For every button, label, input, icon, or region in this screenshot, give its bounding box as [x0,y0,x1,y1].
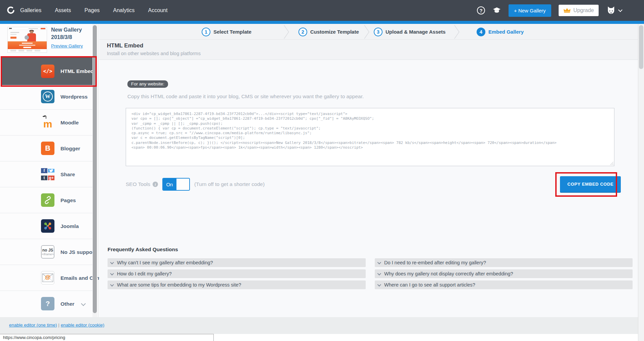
footer-links: enable editor (one time) | enable editor… [9,323,104,328]
step-upload-manage-assets[interactable]: 3 Upload & Manage Assets [374,24,446,40]
sidebar-item-pages[interactable]: Pages [0,187,94,213]
nav-item-analytics[interactable]: Analytics [113,7,135,13]
step-label: Select Template [213,29,251,35]
embed-content: For any website: Copy this HTML code and… [99,60,638,317]
step-separator-icon [454,25,460,39]
enable-editor-one-time-link[interactable]: enable editor (one time) [9,323,57,328]
faq-item[interactable]: Why does my gallery not display correctl… [375,269,633,278]
sidebar-item-share[interactable]: f t g+ Share [0,161,94,187]
upgrade-button[interactable]: Upgrade [559,5,599,16]
help-icon[interactable]: ? [477,6,485,14]
faq-question: Why does my gallery not display correctl… [384,271,513,276]
new-gallery-button[interactable]: + New Gallery [509,4,551,17]
no-js-label: no JS [42,248,53,253]
blogger-icon: B [41,142,54,155]
at-symbol: @ [45,274,51,281]
step-separator-icon [364,25,370,39]
upgrade-label: Upgrade [573,7,594,13]
step-separator-icon [283,25,289,39]
sidebar-item-label: Share [61,161,75,187]
step-number: 4 [477,28,485,36]
sidebar-item-label: Moodle [61,110,79,136]
page-scrollbar-thumb[interactable] [639,25,643,69]
faq-item[interactable]: Where can I go to see all support articl… [375,280,633,289]
share-social-icons: f t g+ [41,167,54,181]
app-window: Galleries Assets Pages Analytics Account… [0,0,644,341]
sidebar-item-label: Pages [61,187,76,213]
for-any-website-badge: For any website: [127,80,168,88]
step-number: 3 [374,28,383,36]
sidebar-item-moodle[interactable]: m Moodle [0,110,94,136]
sidebar-item-html-embed[interactable]: </> HTML Embed [2,58,96,85]
page-scrollbar[interactable] [638,24,644,341]
gallery-thumbnail[interactable] [7,27,47,53]
sidebar-item-joomla[interactable]: Joomla [0,213,94,239]
moodle-letter: m [43,119,52,129]
info-icon[interactable]: i [153,182,158,187]
nav-item-assets[interactable]: Assets [55,7,71,13]
faq-question: Why can't I see my gallery after embeddi… [117,260,213,265]
wordpress-letter: W [43,91,53,102]
copy-embed-code-button[interactable]: COPY EMBED CODE [560,176,621,193]
cat-avatar-icon [606,5,616,15]
embed-code-textarea[interactable]: <div id="cp_widget_b0a17861-2287-4f19-bd… [126,108,614,166]
enable-editor-cookie-link[interactable]: enable editor (cookie) [61,323,105,328]
sidebar-item-wordpress[interactable]: W Wordpress [0,84,94,110]
toggle-on-label: On [163,179,176,190]
sidebar-scrollbar[interactable] [92,24,97,317]
chevron-down-icon [377,261,381,264]
sidebar-item-other[interactable]: ? Other [0,291,94,317]
step-select-template[interactable]: 1 Select Template [202,24,251,40]
chevron-down-icon [110,261,114,264]
seo-toggle[interactable]: On [162,178,190,191]
faq-item[interactable]: Do I need to re-embed after editing my g… [375,258,633,267]
sidebar-item-no-js[interactable]: no JS <iframe> No JS support [0,239,94,265]
embed-sidebar: New Gallery 2018/3/8 Preview Gallery </>… [0,24,98,317]
wizard-stepper: 1 Select Template 2 Customize Template 3… [99,24,638,40]
faq-item[interactable]: Why can't I see my gallery after embeddi… [108,258,366,267]
toggle-knob [176,179,189,190]
email-envelope-icon: @ [41,271,54,285]
nav-item-account[interactable]: Account [148,7,168,13]
no-js-iframe-icon: no JS <iframe> [41,245,54,259]
iframe-label: <iframe> [42,253,54,256]
academy-graduation-cap-icon[interactable] [492,6,501,14]
step-number: 1 [202,28,210,36]
thumb-header [8,27,47,30]
preview-gallery-link[interactable]: Preview Gallery [51,43,83,48]
faq-heading: Frequently Asked Questions [108,247,178,253]
link-chain-icon [41,193,54,207]
facebook-icon: f [41,168,47,173]
step-number: 2 [298,28,307,36]
faq-question: Do I need to re-embed after editing my g… [384,260,486,265]
resize-handle[interactable] [610,161,613,165]
sidebar-item-label: Blogger [61,136,80,161]
nav-item-pages[interactable]: Pages [84,7,99,13]
step-embed-gallery[interactable]: 4 Embed Gallery [477,24,524,40]
step-customize-template[interactable]: 2 Customize Template [298,24,359,40]
html-embed-icon: </> [41,65,54,78]
faq-item[interactable]: What are some tips for embedding to my W… [108,280,366,289]
main-nav: Galleries Assets Pages Analytics Account [20,0,167,21]
sidebar-item-label: No JS support [61,239,96,265]
embed-code-text: <div id="cp_widget_b0a17861-2287-4f19-bd… [131,112,609,150]
wordpress-icon: W [41,90,54,103]
google-plus-icon: g+ [48,176,54,180]
step-label: Embed Gallery [488,29,524,35]
step-label: Upload & Manage Assets [386,29,446,35]
sidebar-item-blogger[interactable]: B Blogger [0,136,94,161]
account-menu[interactable] [606,5,622,15]
thumb-banner [8,41,47,49]
status-url: https://www.cincopa.com/pricing [0,334,214,341]
nav-item-galleries[interactable]: Galleries [20,7,41,13]
faq-item[interactable]: How do I edit my gallery? [108,269,366,278]
sidebar-item-emails[interactable]: @ Emails and Campaigns [0,265,94,291]
cincopa-logo-icon[interactable] [6,6,15,15]
top-navbar: Galleries Assets Pages Analytics Account… [0,0,644,21]
navbar-right: ? + New Gallery Upgrade [477,0,622,21]
sidebar-scrollbar-thumb[interactable] [93,25,97,313]
sidebar-item-label: Joomla [61,213,79,239]
page-subtitle: Install on other websites and blog platf… [107,51,201,56]
step-label: Customize Template [310,29,359,35]
joomla-icon [41,219,54,233]
